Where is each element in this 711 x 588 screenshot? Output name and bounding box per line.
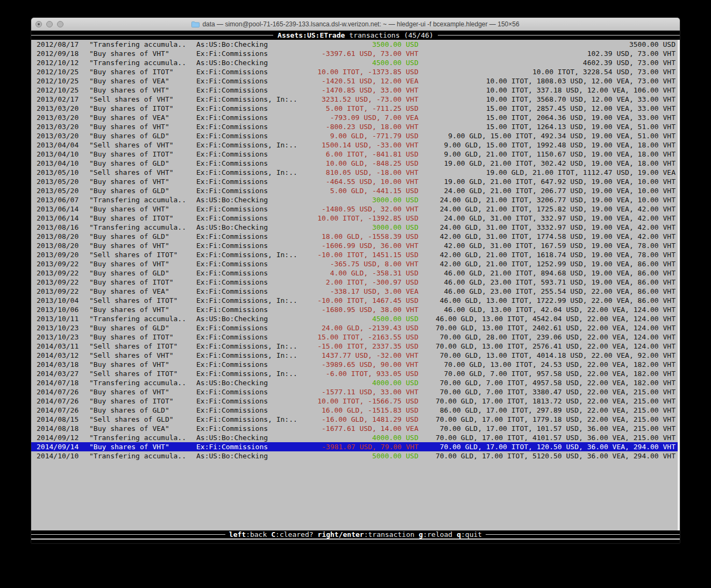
window-titlebar[interactable]: data — simon@pool-71-165-239-133.lsanca.… xyxy=(31,18,680,31)
table-row[interactable]: 2013/05/20 "Buy shares of VHT" Ex:Fi:Com… xyxy=(31,177,680,186)
transaction-other-accounts: Ex:Fi:Commissions xyxy=(196,49,313,58)
transaction-amount: 10.00 ITOT, -1566.75 USD xyxy=(313,396,418,406)
transaction-date: 2013/10/11 xyxy=(37,314,89,323)
transaction-description: "Buy shares of VHT" xyxy=(89,204,196,214)
table-row[interactable]: 2013/03/20 "Buy shares of ITOT" Ex:Fi:Co… xyxy=(31,104,680,113)
table-row[interactable]: 2014/07/26 "Buy shares of ITOT" Ex:Fi:Co… xyxy=(31,396,680,406)
transaction-description: "Buy shares of GLD" xyxy=(89,406,196,415)
table-row[interactable]: 2014/10/10 "Transfering accumula.. As:US… xyxy=(31,451,680,461)
table-row[interactable]: 2014/08/18 "Buy shares of VEA" Ex:Fi:Com… xyxy=(31,424,680,433)
transaction-amount: -3397.61 USD, 73.00 VHT xyxy=(313,49,418,58)
transaction-amount: 10.00 GLD, -848.25 USD xyxy=(313,159,418,168)
transaction-other-accounts: Ex:Fi:Commissions, In:.. xyxy=(196,140,313,150)
table-row[interactable]: 2014/07/26 "Buy shares of VHT" Ex:Fi:Com… xyxy=(31,387,680,396)
transaction-description: "Buy shares of VHT" xyxy=(89,305,196,314)
transaction-amount: -464.55 USD, 10.00 VHT xyxy=(313,177,418,186)
transaction-amount: 10.00 ITOT, -1373.85 USD xyxy=(313,67,418,76)
transaction-running-balance: 46.00 GLD, 21.00 ITOT, 894.68 USD, 19.00… xyxy=(418,268,680,278)
table-row[interactable]: 2014/09/14 "Buy shares of VHT" Ex:Fi:Com… xyxy=(31,442,680,451)
table-row[interactable]: 2014/07/18 "Transfering accumula.. As:US… xyxy=(31,378,680,387)
help-bar: left:back C:cleared? right/enter:transac… xyxy=(31,530,680,539)
transaction-date: 2013/05/20 xyxy=(37,177,89,186)
table-row[interactable]: 2013/10/23 "Buy shares of GLD" Ex:Fi:Com… xyxy=(31,323,680,332)
transaction-description: "Sell shares of VHT" xyxy=(89,168,196,177)
transaction-running-balance: 46.00 GLD, 13.00 ITOT, 1722.99 USD, 22.0… xyxy=(418,296,680,305)
key-hint-cleared: C:cleared? xyxy=(271,530,313,539)
table-row[interactable]: 2013/06/14 "Buy shares of ITOT" Ex:Fi:Co… xyxy=(31,214,680,223)
table-row[interactable]: 2013/06/07 "Transfering accumula.. As:US… xyxy=(31,195,680,204)
table-row[interactable]: 2013/10/04 "Sell shares of ITOT" Ex:Fi:C… xyxy=(31,296,680,305)
table-row[interactable]: 2014/03/12 "Sell shares of VHT" Ex:Fi:Co… xyxy=(31,351,680,360)
hledger-ui-screen: Assets:US:ETrade transactions (45/46) 20… xyxy=(31,31,680,543)
table-row[interactable]: 2013/04/10 "Buy shares of GLD" Ex:Fi:Com… xyxy=(31,159,680,168)
transaction-date: 2013/03/20 xyxy=(37,122,89,131)
transaction-amount: -6.00 ITOT, 933.05 USD xyxy=(313,369,418,378)
transaction-running-balance: 10.00 ITOT, 3568.70 USD, 12.00 VEA, 33.0… xyxy=(418,95,680,104)
transaction-description: "Buy shares of GLD" xyxy=(89,159,196,168)
table-row[interactable]: 2013/10/06 "Buy shares of VHT" Ex:Fi:Com… xyxy=(31,305,680,314)
transaction-running-balance: 46.00 GLD, 23.00 ITOT, 255.54 USD, 22.00… xyxy=(418,287,680,296)
table-row[interactable]: 2013/03/20 "Buy shares of GLD" Ex:Fi:Com… xyxy=(31,131,680,140)
table-row[interactable]: 2013/02/17 "Sell shares of VHT" Ex:Fi:Co… xyxy=(31,95,680,104)
transaction-description: "Buy shares of VHT" xyxy=(89,177,196,186)
transaction-date: 2012/10/25 xyxy=(37,86,89,95)
table-row[interactable]: 2013/09/22 "Buy shares of VHT" Ex:Fi:Com… xyxy=(31,259,680,268)
close-button[interactable] xyxy=(35,21,42,27)
table-row[interactable]: 2012/10/25 "Buy shares of VHT" Ex:Fi:Com… xyxy=(31,86,680,95)
table-row[interactable]: 2013/08/16 "Transfering accumula.. As:US… xyxy=(31,223,680,232)
transaction-running-balance: 70.00 GLD, 17.00 ITOT, 120.50 USD, 36.00… xyxy=(418,442,680,451)
table-row[interactable]: 2013/03/20 "Buy shares of VEA" Ex:Fi:Com… xyxy=(31,113,680,122)
table-row[interactable]: 2013/09/20 "Sell shares of ITOT" Ex:Fi:C… xyxy=(31,250,680,259)
transaction-description: "Sell shares of VHT" xyxy=(89,140,196,150)
transaction-amount: -800.23 USD, 18.00 VHT xyxy=(313,122,418,131)
zoom-button[interactable] xyxy=(57,21,63,27)
transaction-description: "Buy shares of VHT" xyxy=(89,360,196,369)
table-row[interactable]: 2012/10/25 "Buy shares of VEA" Ex:Fi:Com… xyxy=(31,76,680,86)
transaction-running-balance: 70.00 GLD, 13.00 ITOT, 4014.18 USD, 22.0… xyxy=(418,351,680,360)
transaction-running-balance: 42.00 GLD, 31.00 ITOT, 167.59 USD, 19.00… xyxy=(418,241,680,250)
table-row[interactable]: 2013/05/10 "Sell shares of VHT" Ex:Fi:Co… xyxy=(31,168,680,177)
register-account-name: Assets:US:ETrade xyxy=(278,31,345,39)
table-row[interactable]: 2013/03/20 "Buy shares of VHT" Ex:Fi:Com… xyxy=(31,122,680,131)
transaction-date: 2013/09/22 xyxy=(37,287,89,296)
transaction-other-accounts: Ex:Fi:Commissions xyxy=(196,278,313,287)
transaction-date: 2014/10/10 xyxy=(37,451,89,461)
table-row[interactable]: 2014/08/15 "Sell shares of GLD" Ex:Fi:Co… xyxy=(31,415,680,424)
key-desc: :transaction xyxy=(364,530,415,539)
table-row[interactable]: 2012/08/17 "Transfering accumula.. As:US… xyxy=(31,40,680,49)
table-row[interactable]: 2013/06/14 "Buy shares of VHT" Ex:Fi:Com… xyxy=(31,204,680,214)
table-row[interactable]: 2014/03/18 "Buy shares of VHT" Ex:Fi:Com… xyxy=(31,360,680,369)
table-row[interactable]: 2014/03/11 "Sell shares of ITOT" Ex:Fi:C… xyxy=(31,342,680,351)
transaction-description: "Transfering accumula.. xyxy=(89,223,196,232)
table-row[interactable]: 2013/10/23 "Buy shares of ITOT" Ex:Fi:Co… xyxy=(31,332,680,342)
table-row[interactable]: 2014/09/12 "Transfering accumula.. As:US… xyxy=(31,433,680,442)
key-desc: :quit xyxy=(461,530,482,539)
table-row[interactable]: 2013/09/22 "Buy shares of ITOT" Ex:Fi:Co… xyxy=(31,278,680,287)
key-desc: :back xyxy=(246,530,267,539)
table-row[interactable]: 2013/09/22 "Buy shares of VEA" Ex:Fi:Com… xyxy=(31,287,680,296)
table-row[interactable]: 2013/09/22 "Buy shares of GLD" Ex:Fi:Com… xyxy=(31,268,680,278)
table-row[interactable]: 2013/08/20 "Buy shares of VHT" Ex:Fi:Com… xyxy=(31,241,680,250)
transaction-amount: 2.00 ITOT, -300.97 USD xyxy=(313,278,418,287)
transaction-running-balance: 86.00 GLD, 17.00 ITOT, 297.89 USD, 22.00… xyxy=(418,406,680,415)
transaction-description: "Buy shares of ITOT" xyxy=(89,104,196,113)
scrollbar-track[interactable] xyxy=(678,40,680,530)
transaction-description: "Buy shares of GLD" xyxy=(89,232,196,241)
table-row[interactable]: 2014/03/27 "Sell shares of ITOT" Ex:Fi:C… xyxy=(31,369,680,378)
transaction-amount: 1500.14 USD, -33.00 VHT xyxy=(313,140,418,150)
table-row[interactable]: 2014/07/26 "Buy shares of GLD" Ex:Fi:Com… xyxy=(31,406,680,415)
table-row[interactable]: 2013/04/10 "Buy shares of ITOT" Ex:Fi:Co… xyxy=(31,150,680,159)
table-row[interactable]: 2013/04/04 "Sell shares of VHT" Ex:Fi:Co… xyxy=(31,140,680,150)
table-row[interactable]: 2012/10/25 "Buy shares of ITOT" Ex:Fi:Co… xyxy=(31,67,680,76)
table-row[interactable]: 2013/10/11 "Transfering accumula.. As:US… xyxy=(31,314,680,323)
table-row[interactable]: 2013/08/20 "Buy shares of GLD" Ex:Fi:Com… xyxy=(31,232,680,241)
transaction-running-balance: 70.00 GLD, 17.00 ITOT, 5120.50 USD, 36.0… xyxy=(418,451,680,461)
transaction-other-accounts: Ex:Fi:Commissions xyxy=(196,76,313,86)
transaction-date: 2013/06/14 xyxy=(37,204,89,214)
table-row[interactable]: 2012/10/12 "Transfering accumula.. As:US… xyxy=(31,58,680,67)
table-row[interactable]: 2012/09/18 "Buy shares of VHT" Ex:Fi:Com… xyxy=(31,49,680,58)
key-desc: :cleared? xyxy=(275,530,313,539)
table-row[interactable]: 2013/05/20 "Buy shares of GLD" Ex:Fi:Com… xyxy=(31,186,680,195)
minimize-button[interactable] xyxy=(46,21,53,27)
transaction-other-accounts: As:US:Bo:Checking xyxy=(196,314,313,323)
